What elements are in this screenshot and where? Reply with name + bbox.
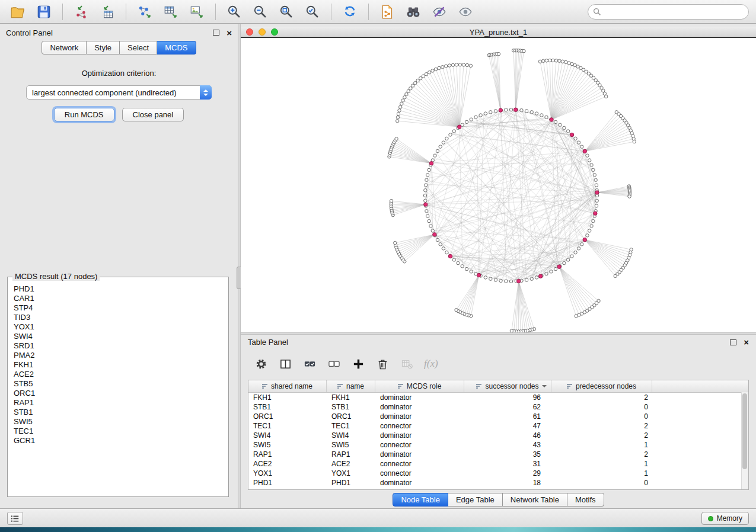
table-row[interactable]: SWI4SWI4dominator462 (248, 431, 748, 440)
table-scrollbar-thumb[interactable] (742, 393, 747, 469)
mcds-result-title: MCDS result (17 nodes) (12, 272, 100, 281)
memory-status-icon (708, 516, 713, 521)
import-table-button[interactable] (97, 2, 118, 21)
table-row[interactable]: PHD1PHD1dominator180 (248, 478, 748, 488)
window-close-button[interactable] (246, 28, 253, 36)
network-view-title: YPA_prune.txt_1 (241, 28, 756, 37)
mcds-result-item[interactable]: YOX1 (14, 322, 228, 332)
mcds-result-item[interactable]: ACE2 (14, 370, 228, 379)
column-header-MCDS-role[interactable]: MCDS role (375, 380, 464, 392)
search-field (588, 4, 749, 20)
gear-icon (255, 358, 267, 370)
mcds-result-item[interactable]: TID3 (14, 313, 228, 322)
toolbar-separator (62, 4, 63, 20)
refresh-layout-button[interactable] (339, 2, 361, 21)
deselect-all-icon (328, 358, 340, 370)
memory-button[interactable]: Memory (701, 512, 749, 525)
mcds-result-item[interactable]: RAP1 (14, 398, 228, 408)
hide-selected-button[interactable] (429, 2, 450, 21)
table-disabled-icon (401, 358, 413, 370)
import-network-icon (74, 4, 89, 20)
close-table-panel-icon[interactable]: × (744, 338, 749, 347)
table-row[interactable]: YOX1YOX1connector291 (248, 469, 748, 478)
mcds-result-item[interactable]: SRD1 (14, 341, 228, 351)
optimization-criterion-label: Optimization criterion: (0, 69, 238, 78)
tab-select[interactable]: Select (120, 41, 157, 55)
optimization-criterion-select[interactable]: largest connected component (undirected) (26, 85, 212, 100)
table-row[interactable]: RAP1RAP1dominator352 (248, 450, 748, 459)
control-panel-tabs: NetworkStyleSelectMCDS (0, 41, 238, 55)
close-panel-button[interactable]: Close panel (122, 108, 184, 121)
table-row[interactable]: ORC1ORC1dominator610 (248, 412, 748, 421)
tab-node-table[interactable]: Node Table (393, 493, 448, 507)
column-header-predecessor-nodes[interactable]: predecessor nodes (551, 380, 652, 392)
table-settings-button[interactable] (254, 357, 268, 371)
mcds-result-item[interactable]: CAR1 (14, 294, 228, 303)
save-session-button[interactable] (33, 2, 55, 21)
tab-edge-table[interactable]: Edge Table (448, 493, 503, 507)
mcds-result-list: PHD1CAR1STP4TID3YOX1SWI4SRD1PMA2FKH1ACE2… (8, 282, 228, 496)
import-network-button[interactable] (71, 2, 92, 21)
optimization-criterion-value: largest connected component (undirected) (32, 88, 177, 97)
mcds-result-item[interactable]: TEC1 (14, 427, 228, 436)
zoom-selected-button[interactable] (302, 2, 323, 21)
mcds-result-item[interactable]: PHD1 (14, 284, 228, 294)
export-table-button[interactable] (160, 2, 181, 21)
tab-motifs[interactable]: Motifs (567, 493, 604, 507)
network-view-window: YPA_prune.txt_1 (241, 27, 756, 332)
table-row[interactable]: FKH1FKH1dominator962 (248, 393, 748, 402)
zoom-out-button[interactable] (250, 2, 271, 21)
mcds-result-item[interactable]: SWI4 (14, 332, 228, 341)
save-floppy-icon (36, 4, 52, 20)
table-row[interactable]: TEC1TEC1connector472 (248, 421, 748, 431)
search-input[interactable] (588, 4, 749, 20)
table-toolbar: f(x) (241, 350, 756, 378)
copy-style-button[interactable] (377, 2, 398, 21)
split-view-button[interactable] (278, 357, 292, 371)
add-column-button[interactable] (351, 357, 365, 371)
float-table-panel-icon[interactable] (730, 339, 736, 345)
tab-style[interactable]: Style (87, 41, 120, 55)
first-neighbors-button[interactable] (403, 2, 424, 21)
tab-network[interactable]: Network (42, 41, 87, 55)
tab-mcds[interactable]: MCDS (157, 41, 196, 55)
select-all-button[interactable] (302, 357, 317, 371)
deselect-all-button[interactable] (327, 357, 341, 371)
table-row[interactable]: ACE2ACE2connector311 (248, 459, 748, 469)
network-graph-svg (241, 38, 756, 332)
show-all-button[interactable] (455, 2, 476, 21)
run-mcds-button[interactable]: Run MCDS (54, 108, 114, 121)
window-minimize-button[interactable] (259, 28, 266, 36)
new-network-button[interactable] (134, 2, 155, 21)
mcds-result-item[interactable]: ORC1 (14, 389, 228, 398)
table-row[interactable]: SWI5SWI5connector431 (248, 440, 748, 450)
column-header-name[interactable]: name (327, 380, 375, 392)
mcds-result-item[interactable]: STB5 (14, 379, 228, 389)
mcds-result-item[interactable]: SWI5 (14, 417, 228, 427)
float-panel-icon[interactable] (213, 30, 219, 36)
window-maximize-button[interactable] (271, 28, 278, 36)
export-image-icon (189, 4, 205, 20)
column-header-shared-name[interactable]: shared name (248, 380, 327, 392)
export-image-button[interactable] (186, 2, 208, 21)
table-row[interactable]: STB1STB1dominator620 (248, 402, 748, 412)
select-stepper-icon (200, 85, 212, 100)
close-panel-icon[interactable]: × (227, 28, 232, 37)
delete-column-button[interactable] (375, 357, 390, 371)
tab-network-table[interactable]: Network Table (503, 493, 567, 507)
zoom-in-button[interactable] (224, 2, 245, 21)
mcds-result-item[interactable]: GCR1 (14, 436, 228, 446)
open-file-button[interactable] (7, 2, 28, 21)
mcds-result-item[interactable]: PMA2 (14, 351, 228, 360)
function-builder-button: f(x) (424, 358, 438, 370)
table-scrollbar[interactable] (741, 392, 748, 489)
network-titlebar: YPA_prune.txt_1 (241, 27, 756, 38)
mcds-result-item[interactable]: STB1 (14, 408, 228, 417)
mcds-result-item[interactable]: FKH1 (14, 360, 228, 370)
zoom-fit-button[interactable] (276, 2, 297, 21)
mcds-result-item[interactable]: STP4 (14, 303, 228, 313)
status-menu-button[interactable] (7, 512, 23, 525)
eye-icon (458, 4, 473, 20)
column-header-successor-nodes[interactable]: successor nodes (464, 380, 551, 392)
network-canvas[interactable] (241, 38, 756, 332)
